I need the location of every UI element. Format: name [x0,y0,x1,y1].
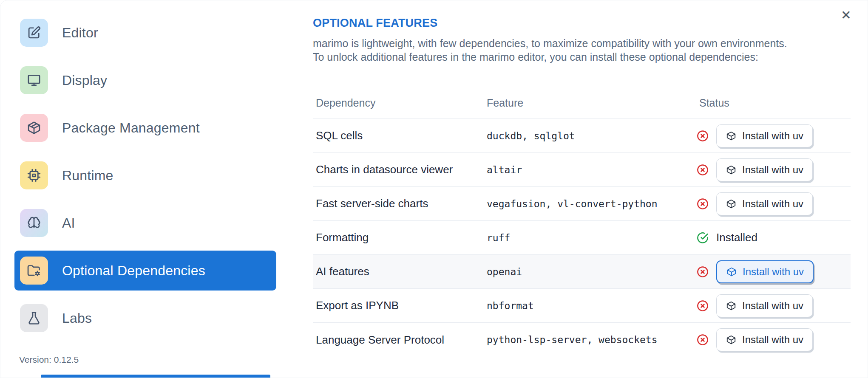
sidebar-item-icon-tile [20,304,48,332]
sidebar-item-icon-tile [20,114,48,142]
dependency-cell: AI features [313,265,484,278]
brain-icon [26,215,42,231]
sidebar-item-display[interactable]: Display [14,60,276,100]
sidebar-item-icon-tile [20,161,48,189]
sidebar-item-labs[interactable]: Labs [14,298,276,338]
package-cube-icon [726,334,737,345]
status-cell: Install with uv [696,260,851,283]
dependency-cell: Fast server-side charts [313,197,484,210]
sidebar-item-editor[interactable]: Editor [14,13,276,53]
page-title: OPTIONAL FEATURES [313,17,850,30]
description-text: marimo is lightweight, with few dependen… [313,37,850,64]
sidebar-item-label: Package Management [62,120,200,136]
status-cell: Install with uv [696,124,851,147]
install-with-uv-button[interactable]: Install with uv [716,158,813,181]
install-button-label: Install with uv [742,334,803,346]
status-cell: Install with uv [696,294,851,317]
cpu-icon [26,168,42,183]
table-row-charts-in-datasource-viewer: Charts in datasource viewer altair Insta… [313,153,851,187]
status-cell: Install with uv [696,192,851,215]
feature-cell: ruff [484,232,696,243]
sidebar-bottom-accent-bar [41,375,270,378]
settings-sidebar: Editor Display Package Management Runtim… [0,0,291,378]
settings-dialog: Editor Display Package Management Runtim… [0,0,868,378]
sidebar-item-label: Display [62,73,107,88]
install-with-uv-button[interactable]: Install with uv [716,260,814,283]
table-row-formatting: Formatting ruff Installed [313,221,851,255]
install-button-label: Install with uv [742,300,803,312]
package-cube-icon [726,164,737,175]
status-cell: Install with uv [696,328,851,351]
installed-status-text: Installed [716,231,757,244]
sidebar-item-icon-tile [20,66,48,94]
dependency-cell: Export as IPYNB [313,299,484,312]
sidebar-item-label: Optional Dependencies [62,263,205,279]
table-row-export-as-ipynb: Export as IPYNB nbformat Install with uv [313,289,851,323]
column-header-dependency: Dependency [313,97,484,109]
version-label: Version: 0.12.5 [19,355,79,365]
column-header-feature: Feature [484,97,696,109]
monitor-icon [26,73,42,88]
check-circle-icon [696,231,709,244]
sidebar-item-icon-tile [20,19,48,47]
table-row-sql-cells: SQL cells duckdb, sqlglot Install with u… [313,119,851,153]
x-circle-icon [696,333,709,346]
dependency-cell: SQL cells [313,129,484,142]
sidebar-item-label: Runtime [62,168,113,183]
feature-cell: altair [484,164,696,175]
feature-cell: python-lsp-server, websockets [484,334,696,345]
flask-icon [26,310,42,326]
sidebar-item-icon-tile [20,257,48,285]
feature-cell: openai [484,266,696,277]
table-header-row: Dependency Feature Status [313,87,851,119]
status-cell: Install with uv [696,158,851,181]
package-cube-icon [726,130,737,141]
column-header-status: Status [696,97,851,109]
x-circle-icon [696,265,709,278]
x-circle-icon [696,197,709,210]
close-icon[interactable]: ✕ [839,7,853,23]
description-line-1: marimo is lightweight, with few dependen… [313,37,787,49]
install-with-uv-button[interactable]: Install with uv [716,294,813,317]
feature-cell: nbformat [484,300,696,311]
description-line-2: To unlock additional features in the mar… [313,51,758,63]
package-cube-icon [726,300,737,311]
feature-cell: vegafusion, vl-convert-python [484,198,696,209]
status-cell: Installed [696,231,851,244]
feature-cell: duckdb, sqlglot [484,130,696,141]
x-circle-icon [696,164,709,176]
sidebar-nav: Editor Display Package Management Runtim… [14,13,276,346]
sidebar-item-optional-dependencies[interactable]: Optional Dependencies [14,251,276,291]
install-with-uv-button[interactable]: Install with uv [716,192,813,215]
dependency-cell: Charts in datasource viewer [313,163,484,176]
sidebar-item-package-management[interactable]: Package Management [14,108,276,148]
table-row-ai-features: AI features openai Install with uv [313,255,851,289]
install-button-label: Install with uv [742,130,803,142]
sidebar-item-label: AI [62,215,75,231]
install-button-label: Install with uv [742,198,803,210]
sidebar-item-runtime[interactable]: Runtime [14,155,276,195]
install-button-label: Install with uv [743,266,804,278]
install-button-label: Install with uv [742,164,803,176]
table-row-fast-server-side-charts: Fast server-side charts vegafusion, vl-c… [313,187,851,221]
package-icon [26,120,42,135]
table-body: SQL cells duckdb, sqlglot Install with u… [313,119,851,357]
package-cube-icon [726,198,737,209]
optional-features-panel: ✕ OPTIONAL FEATURES marimo is lightweigh… [291,0,868,378]
install-with-uv-button[interactable]: Install with uv [716,124,813,147]
folder-gear-icon [26,263,42,278]
package-cube-icon [726,266,737,277]
table-row-language-server-protocol: Language Server Protocol python-lsp-serv… [313,323,851,357]
install-with-uv-button[interactable]: Install with uv [716,328,813,351]
x-circle-icon [696,130,709,142]
edit-icon [26,25,42,40]
dependency-cell: Formatting [313,231,484,244]
sidebar-item-ai[interactable]: AI [14,203,276,243]
x-circle-icon [696,299,709,312]
dependencies-table: Dependency Feature Status SQL cells duck… [313,87,851,357]
sidebar-item-label: Labs [62,310,92,326]
dependency-cell: Language Server Protocol [313,333,484,347]
sidebar-item-label: Editor [62,25,98,41]
sidebar-item-icon-tile [20,209,48,237]
